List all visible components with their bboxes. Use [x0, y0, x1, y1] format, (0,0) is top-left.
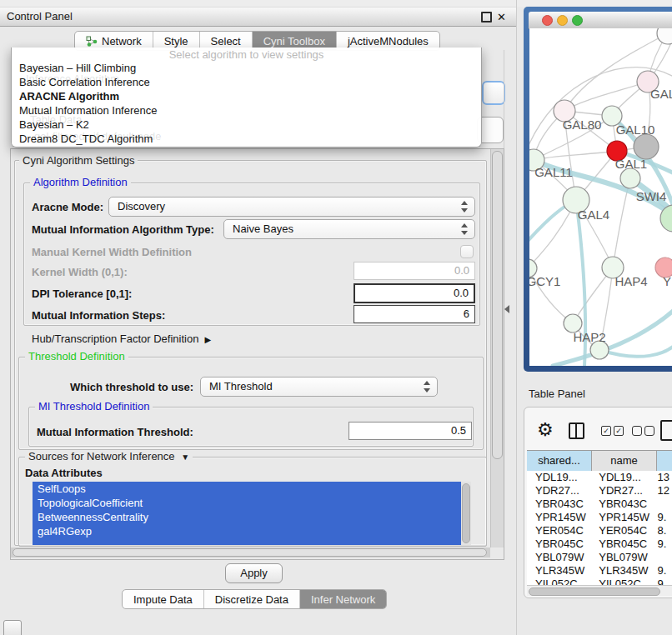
- close-traffic-light-icon[interactable]: [542, 15, 553, 26]
- minimized-panel-icon[interactable]: [3, 620, 22, 635]
- settings-vscrollbar[interactable]: [490, 149, 504, 548]
- checked-box-icon[interactable]: ✓: [614, 426, 624, 436]
- settings-hscrollbar[interactable]: [11, 548, 490, 558]
- table-hscrollbar-thumb[interactable]: [529, 588, 660, 596]
- tab-discretize-data[interactable]: Discretize Data: [204, 590, 300, 608]
- apply-button[interactable]: Apply: [225, 563, 283, 583]
- gear-icon[interactable]: ⚙: [537, 419, 554, 441]
- table-cell: YER054C: [590, 524, 654, 538]
- table-row[interactable]: YDL19...YDL19...13: [527, 471, 672, 484]
- aracne-mode-select[interactable]: Discovery: [108, 197, 475, 217]
- close-icon[interactable]: ✕: [497, 8, 506, 27]
- minimize-traffic-light-icon[interactable]: [557, 15, 568, 26]
- algorithm-option[interactable]: ARACNE Algorithm: [12, 89, 481, 103]
- table-cell: 13: [654, 471, 672, 484]
- which-threshold-select[interactable]: MI Threshold: [200, 377, 438, 397]
- table-row[interactable]: YIL052CYIL052C9: [527, 578, 672, 585]
- table-row[interactable]: YLR345WYLR345W9.: [527, 564, 672, 578]
- hub-definition-expander[interactable]: Hub/Transcription Factor Definition▶: [32, 332, 211, 345]
- data-attributes-list: SelfLoopsTopologicalCoefficientBetweenne…: [33, 482, 461, 545]
- spinner-arrows-icon: [424, 380, 430, 393]
- network-node[interactable]: [657, 28, 672, 44]
- tab-label: Cyni Toolbox: [263, 35, 325, 48]
- node-label: GAL4: [578, 208, 609, 222]
- column-header[interactable]: [657, 451, 672, 471]
- table-cell: 12: [654, 484, 672, 498]
- which-threshold-value: MI Threshold: [209, 380, 273, 392]
- attributes-scrollbar-thumb[interactable]: [462, 483, 470, 543]
- table-cell: 9: [654, 578, 672, 585]
- network-window-titlebar[interactable]: [529, 12, 672, 29]
- table-hscrollbar[interactable]: [527, 585, 672, 596]
- node-label: HAP4: [614, 274, 647, 288]
- splitter-collapse-icon[interactable]: [504, 305, 509, 313]
- network-node-swi4[interactable]: [620, 168, 640, 188]
- table-row[interactable]: YBL079WYBL079W: [527, 551, 672, 564]
- attribute-item[interactable]: SelfLoops: [33, 482, 461, 496]
- table-function-icon[interactable]: [660, 420, 672, 441]
- mi-threshold-field[interactable]: 0.5: [349, 422, 472, 440]
- data-attributes-label: Data Attributes: [25, 467, 103, 479]
- node-label: HAP2: [573, 330, 605, 344]
- algorithm-option[interactable]: Bayesian – K2: [12, 118, 481, 132]
- unchecked-box-icon[interactable]: [632, 426, 642, 436]
- algorithm-option[interactable]: Bayesian – Hill Climbing: [12, 61, 481, 75]
- settings-hscrollbar-thumb[interactable]: [13, 548, 487, 557]
- algorithm-definition-title: Algorithm Definition: [30, 177, 131, 188]
- table-cell: 9.: [654, 511, 672, 524]
- node-label: GAL11: [534, 165, 573, 179]
- zoom-traffic-light-icon[interactable]: [572, 15, 583, 26]
- control-panel-titlebar: Control Panel ✕: [0, 7, 517, 27]
- attribute-item[interactable]: BetweennessCentrality: [33, 510, 461, 524]
- table-row[interactable]: YBR043CYBR043C: [527, 498, 672, 511]
- network-canvas[interactable]: GALGAL80GAL10GAL1GAL11SWI4GAL4GCY1HAP4YH…: [529, 28, 672, 366]
- bottom-tabs: Impute DataDiscretize DataInfer Network: [122, 589, 387, 609]
- kernel-width-field[interactable]: 0.0: [354, 262, 475, 280]
- table-cell: 9.: [654, 538, 672, 551]
- manual-kernel-checkbox[interactable]: [460, 245, 474, 258]
- attribute-item[interactable]: gal4RGexp: [33, 524, 461, 538]
- top-strip: [0, 0, 672, 7]
- tab-label: jActiveMNodules: [348, 35, 429, 48]
- table-cell: YLR345W: [590, 564, 654, 578]
- attribute-item[interactable]: TopologicalCoefficient: [33, 496, 461, 510]
- table-row[interactable]: YDR27...YDR27...12: [527, 484, 672, 498]
- table-cell: 9.: [654, 564, 672, 578]
- cyni-settings-title: Cyni Algorithm Settings: [19, 155, 138, 167]
- table-row[interactable]: YER054CYER054C8.: [527, 524, 672, 538]
- algorithm-option[interactable]: Dream8 DC_TDC Algorithm: [12, 132, 481, 146]
- table-cell: YDR27...: [527, 484, 590, 498]
- attributes-scrollbar[interactable]: [461, 482, 471, 545]
- algorithm-option[interactable]: Basic Correlation Inference: [12, 75, 481, 89]
- node-label: GAL: [650, 87, 672, 101]
- table-cell: YPR145W: [527, 511, 590, 524]
- table-cell: YBR045C: [527, 538, 590, 551]
- network-node[interactable]: [634, 134, 659, 159]
- mi-type-value: Naive Bayes: [233, 222, 293, 235]
- tab-label: Select: [211, 35, 241, 48]
- mi-steps-label: Mutual Information Steps:: [32, 309, 165, 322]
- dpi-tolerance-field[interactable]: 0.0: [354, 283, 475, 303]
- app-root: Control Panel ✕ NetworkStyleSelectCyni T…: [0, 0, 672, 635]
- panel-divider: [516, 0, 517, 635]
- table-row[interactable]: YPR145WYPR145W9.: [527, 511, 672, 524]
- tab-impute-data[interactable]: Impute Data: [123, 590, 204, 608]
- collapse-down-icon: ▼: [181, 452, 189, 462]
- network-view-window[interactable]: GALGAL80GAL10GAL1GAL11SWI4GAL4GCY1HAP4YH…: [524, 7, 672, 372]
- split-columns-icon[interactable]: [569, 422, 584, 439]
- control-panel-title: Control Panel: [7, 8, 73, 26]
- node-label: GAL1: [615, 157, 647, 171]
- table-cell: [654, 498, 672, 511]
- mi-steps-field[interactable]: 6: [354, 305, 475, 323]
- float-window-icon[interactable]: [481, 12, 492, 22]
- algorithm-option[interactable]: Mutual Information Inference: [12, 103, 481, 118]
- tab-infer-network[interactable]: Infer Network: [300, 590, 386, 608]
- settings-vscrollbar-thumb[interactable]: [492, 151, 503, 459]
- sources-title-row[interactable]: Sources for Network Inference ▼: [25, 451, 193, 463]
- unchecked-box-icon[interactable]: [644, 426, 654, 436]
- table-row[interactable]: YBR045CYBR045C9.: [527, 538, 672, 551]
- column-header[interactable]: shared...: [527, 451, 592, 471]
- checked-box-icon[interactable]: ✓: [601, 426, 611, 436]
- column-header[interactable]: name: [592, 451, 657, 471]
- mi-type-select[interactable]: Naive Bayes: [223, 219, 475, 239]
